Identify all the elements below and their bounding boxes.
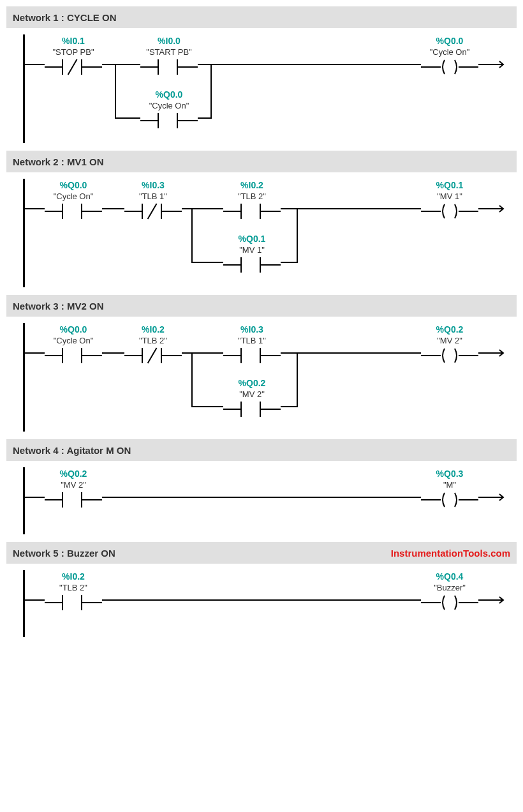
contact-normally-open-icon [223,257,281,273]
ladder-element-branch: %Q0.1 "MV 1" [223,234,281,273]
wire [24,64,45,65]
wire [281,352,421,354]
coil-icon [421,59,478,75]
address-text: %Q0.0 [140,89,198,100]
ladder-area: %I0.2 "TLB 2" %Q0.4 "Buzzer" [6,564,517,637]
left-rail [23,34,25,143]
address-text: %Q0.0 [421,36,478,46]
wire [24,208,45,209]
coil-icon [421,348,478,363]
network-5: Network 5 : Buzzer ON InstrumentationToo… [6,542,517,637]
network-header: Network 3 : MV2 ON [6,295,517,317]
ladder-area: %Q0.0 "Cycle On" %I0.2 "TLB 2" %I0.3 "TL… [6,317,517,432]
network-title: Network 2 : MV1 ON [13,156,104,167]
address-text: %Q0.0 [45,324,102,335]
contact-normally-open-icon [223,348,281,363]
label-text: "MV 2" [45,480,102,490]
address-text: %Q0.2 [421,324,478,335]
label-text: "MV 1" [421,192,478,201]
wire [191,406,223,407]
coil-icon [421,204,478,219]
address-text: %I0.2 [124,324,182,335]
arrow-right-icon [488,349,507,357]
ladder-element: %Q0.0 "Cycle On" [45,324,102,363]
address-text: %I0.3 [223,324,281,335]
wire [182,352,223,354]
label-text: "TLB 1" [223,336,281,345]
wire [281,406,298,407]
label-text: "TLB 2" [223,192,281,201]
wire [182,208,223,209]
ladder-element-branch: %Q0.0 "Cycle On" [140,89,198,128]
contact-normally-closed-icon [124,204,182,219]
contact-normally-open-icon [45,348,102,363]
network-4: Network 4 : Agitator M ON %Q0.2 "MV 2" %… [6,439,517,534]
label-text: "TLB 2" [124,336,182,345]
wire [198,64,421,65]
wire [191,208,193,262]
address-text: %Q0.1 [223,234,281,244]
wire [102,599,421,601]
ladder-element: %Q0.3 "M" [421,469,478,508]
label-text: "MV 2" [421,336,478,345]
address-text: %I0.2 [223,180,281,190]
wire [297,352,298,406]
wire [102,497,421,498]
label-text: "Cycle On" [140,101,198,110]
ladder-element: %I0.1 "STOP PB" [45,36,102,75]
wire [115,117,140,119]
ladder-element-branch: %Q0.2 "MV 2" [223,378,281,417]
ladder-area: %Q0.2 "MV 2" %Q0.3 "M" [6,461,517,534]
wire [24,352,45,354]
wire [102,352,124,354]
network-3: Network 3 : MV2 ON %Q0.0 "Cycle On" %I0.… [6,295,517,432]
ladder-element: %I0.2 "TLB 2" [223,180,281,219]
network-title: Network 3 : MV2 ON [13,301,104,312]
label-text: "MV 1" [223,245,281,255]
wire [210,64,212,117]
label-text: "Cycle On" [421,47,478,57]
network-1: Network 1 : CYCLE ON %I0.1 "STOP PB" %I0… [6,6,517,143]
left-rail [23,323,25,432]
ladder-element: %Q0.2 "MV 2" [45,469,102,508]
ladder-element: %I0.2 "TLB 2" [45,571,102,610]
contact-normally-closed-icon [45,59,102,75]
coil-icon [421,492,478,508]
address-text: %I0.1 [45,36,102,46]
contact-normally-open-icon [140,113,198,128]
address-text: %Q0.4 [421,571,478,582]
address-text: %I0.0 [140,36,198,46]
address-text: %I0.3 [124,180,182,190]
ladder-element: %I0.0 "START PB" [140,36,198,75]
ladder-area: %I0.1 "STOP PB" %I0.0 "START PB" %Q0.0 "… [6,28,517,143]
network-title: Network 1 : CYCLE ON [13,12,117,23]
ladder-element: %Q0.0 "Cycle On" [45,180,102,219]
address-text: %Q0.2 [223,378,281,388]
network-title: Network 4 : Agitator M ON [13,445,131,456]
ladder-element: %I0.2 "TLB 2" [124,324,182,363]
network-header: Network 1 : CYCLE ON [6,6,517,28]
contact-normally-open-icon [140,59,198,75]
contact-normally-open-icon [45,204,102,219]
address-text: %I0.2 [45,571,102,582]
network-header: Network 4 : Agitator M ON [6,439,517,461]
label-text: "TLB 1" [124,192,182,201]
wire [24,497,45,498]
wire [281,262,298,263]
watermark: InstrumentationTools.com [391,548,510,559]
wire [191,262,223,263]
ladder-element: %Q0.1 "MV 1" [421,180,478,219]
label-text: "START PB" [140,47,198,57]
label-text: "TLB 2" [45,583,102,592]
ladder-element: %I0.3 "TLB 1" [223,324,281,363]
arrow-right-icon [488,204,507,213]
contact-normally-open-icon [223,402,281,417]
left-rail [23,179,25,287]
label-text: "Cycle On" [45,336,102,345]
label-text: "M" [421,480,478,490]
contact-normally-open-icon [45,492,102,508]
address-text: %Q0.0 [45,180,102,190]
wire [24,599,45,601]
ladder-element: %I0.3 "TLB 1" [124,180,182,219]
ladder-element: %Q0.2 "MV 2" [421,324,478,363]
